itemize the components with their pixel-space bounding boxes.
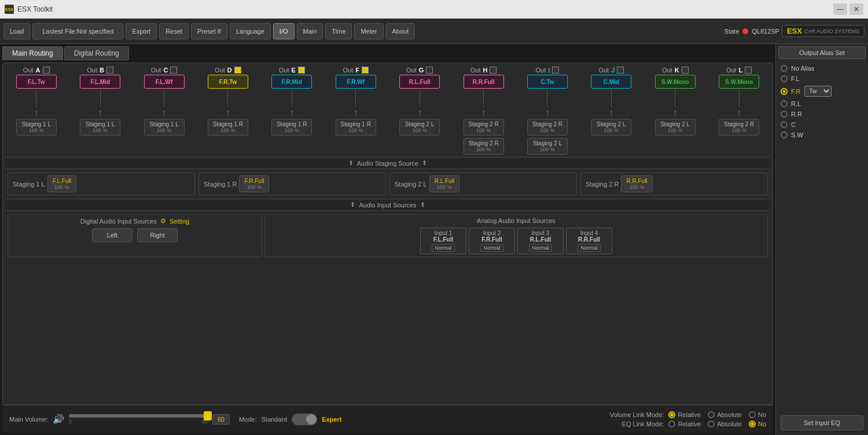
meter-tab-button[interactable]: Meter	[354, 23, 383, 39]
out-btn-C[interactable]: F.L.Wf	[144, 75, 185, 89]
staging-box-B[interactable]: Staging 1 L100 %	[80, 119, 120, 136]
alias-sw[interactable]: S.W	[781, 131, 863, 138]
language-button[interactable]: Language	[230, 23, 271, 39]
connector-I	[547, 90, 547, 107]
last-file-button[interactable]: Lastest File:Not specified	[32, 23, 123, 39]
staging-1L-label: Staging 1 L	[13, 181, 45, 188]
out-btn-G[interactable]: R.L.Full	[399, 75, 440, 89]
out-btn-F[interactable]: F.R.Wf	[336, 75, 376, 89]
set-input-eq-button[interactable]: Set Input EQ	[781, 415, 863, 430]
out-check-A[interactable]	[43, 67, 50, 74]
out-btn-I[interactable]: C.Tw	[527, 75, 568, 89]
analog-input-1[interactable]: Input 1 F.L.Full Normal	[420, 228, 466, 254]
alias-no-alias[interactable]: No Alias	[781, 65, 863, 72]
out-header-C: Out C	[139, 67, 190, 74]
eq-link-no-label: No	[758, 421, 766, 427]
io-tab-button[interactable]: I/O	[273, 23, 295, 39]
staging-box-E[interactable]: Staging 1 R100 %	[271, 119, 312, 136]
alias-fr[interactable]: F.R Tw Mid Wf Full	[781, 86, 863, 97]
volume-link-no[interactable]: No	[749, 411, 766, 418]
staging-box-K[interactable]: Staging 2 L100 %	[655, 119, 696, 136]
staging-box-I[interactable]: Staging 2 L100 %	[527, 138, 568, 155]
analog-input-2[interactable]: Input 2 F.R.Full Normal	[469, 228, 515, 254]
volume-link-absolute-label: Absolute	[717, 411, 742, 418]
out-check-E[interactable]: ✓	[298, 67, 305, 74]
alias-rr[interactable]: R.R	[781, 111, 863, 118]
staging-box-I-extra[interactable]: Staging 2 R100 %	[527, 119, 568, 136]
staging-box-H-extra[interactable]: Staging 2 R100 %	[464, 119, 504, 136]
out-btn-J[interactable]: C.Mid	[591, 75, 631, 89]
eq-link-radio-group: Relative Absolute No	[668, 421, 766, 427]
eq-link-relative[interactable]: Relative	[668, 421, 701, 427]
tab-main-routing[interactable]: Main Routing	[2, 46, 63, 60]
preset8-button[interactable]: Preset 8	[191, 23, 227, 39]
right-panel: Output Alias Set No Alias F.L F.R Tw Mid…	[775, 44, 868, 435]
out-check-G[interactable]	[426, 67, 433, 74]
slider-marks: 0 60	[69, 419, 208, 425]
alias-rr-radio	[781, 111, 788, 118]
volume-link-absolute[interactable]: Absolute	[708, 411, 742, 418]
about-tab-button[interactable]: About	[386, 23, 415, 39]
alias-fr-dropdown[interactable]: Tw Mid Wf Full	[804, 86, 832, 97]
out-btn-D[interactable]: F.R.Tw	[208, 75, 248, 89]
staging-box-C[interactable]: Staging 1 L100 %	[144, 119, 185, 136]
main-tab-button[interactable]: Main	[297, 23, 323, 39]
alias-rl[interactable]: R.L	[781, 100, 863, 107]
status-bar: Main Volume: 🔊 0 60 60 Mode: Standard	[2, 405, 773, 433]
tab-digital-routing[interactable]: Digital Routing	[64, 46, 129, 60]
staging-box-J[interactable]: Staging 2 L100 %	[591, 119, 631, 136]
reset-button[interactable]: Reset	[159, 23, 189, 39]
out-btn-H[interactable]: R.R.Full	[464, 75, 504, 89]
eq-link-no[interactable]: No	[749, 421, 766, 427]
eq-link-label: EQ Link Mode:	[600, 421, 664, 427]
mode-toggle[interactable]	[292, 414, 317, 425]
digital-left-button[interactable]: Left	[92, 228, 133, 242]
slider-thumb[interactable]	[204, 411, 212, 421]
output-col-J: Out J C.Mid ↑ Staging 2 L100 %	[586, 67, 637, 136]
staging-2R-btn[interactable]: R.R.Full100 %	[621, 176, 652, 192]
load-button[interactable]: Load	[3, 23, 30, 39]
out-check-F[interactable]: ✓	[362, 67, 369, 74]
close-button[interactable]: ✕	[849, 3, 863, 15]
out-check-D[interactable]: ✓	[234, 67, 241, 74]
out-btn-L[interactable]: S.W.Mono	[719, 75, 759, 89]
ai-label-1: Input 1	[425, 230, 461, 236]
out-check-B[interactable]	[106, 67, 113, 74]
export-button[interactable]: Export	[126, 23, 157, 39]
staging-box-A[interactable]: Staging 1 L100 %	[16, 119, 57, 136]
eq-link-absolute[interactable]: Absolute	[708, 421, 742, 427]
out-check-L[interactable]	[745, 67, 752, 74]
analog-input-4[interactable]: Input 4 R.R.Full Normal	[566, 228, 612, 254]
digital-right-button[interactable]: Right	[137, 228, 178, 242]
out-check-H[interactable]	[490, 67, 496, 74]
out-check-K[interactable]	[682, 67, 689, 74]
out-btn-E[interactable]: F.R.Mid	[271, 75, 312, 89]
volume-link-relative[interactable]: Relative	[668, 411, 701, 418]
staging-1L-btn[interactable]: F.L.Full100 %	[47, 176, 76, 192]
out-btn-B[interactable]: F.L.Mid	[80, 75, 120, 89]
slider-fill	[69, 414, 208, 418]
staging-box-F[interactable]: Staging 1 R100 %	[336, 119, 376, 136]
analog-input-3[interactable]: Input 3 R.L.Full Normal	[517, 228, 564, 254]
alias-c[interactable]: C	[781, 121, 863, 128]
out-btn-A[interactable]: F.L.Tw	[16, 75, 57, 89]
staging-box-D[interactable]: Staging 1 R100 %	[208, 119, 248, 136]
output-col-K: Out K S.W.Mono ↑ Staging 2 L100 %	[650, 67, 701, 136]
out-check-J[interactable]	[617, 67, 624, 74]
staging-box-L[interactable]: Staging 2 R100 %	[719, 119, 759, 136]
out-check-I[interactable]	[552, 67, 559, 74]
minimize-button[interactable]: —	[833, 3, 847, 15]
slider-track	[69, 414, 208, 418]
out-btn-K[interactable]: S.W.Mono	[655, 75, 696, 89]
out-check-C[interactable]	[170, 67, 177, 74]
staging-1R-btn[interactable]: F.R.Full100 %	[239, 176, 269, 192]
staging-box-H[interactable]: Staging 2 R100 %	[464, 138, 504, 155]
time-tab-button[interactable]: Time	[325, 23, 352, 39]
staging-2L-btn[interactable]: R.L.Full100 %	[429, 176, 459, 192]
staging-box-G[interactable]: Staging 2 L100 %	[399, 119, 440, 136]
out-header-E: Out E ✓	[266, 67, 317, 74]
analog-inputs: Input 1 F.L.Full Normal Input 2 F.R.Full…	[267, 228, 765, 254]
alias-fl[interactable]: F.L	[781, 75, 863, 82]
state-info: State QL812SP	[724, 28, 779, 35]
volume-slider[interactable]: 0 60	[69, 414, 208, 425]
